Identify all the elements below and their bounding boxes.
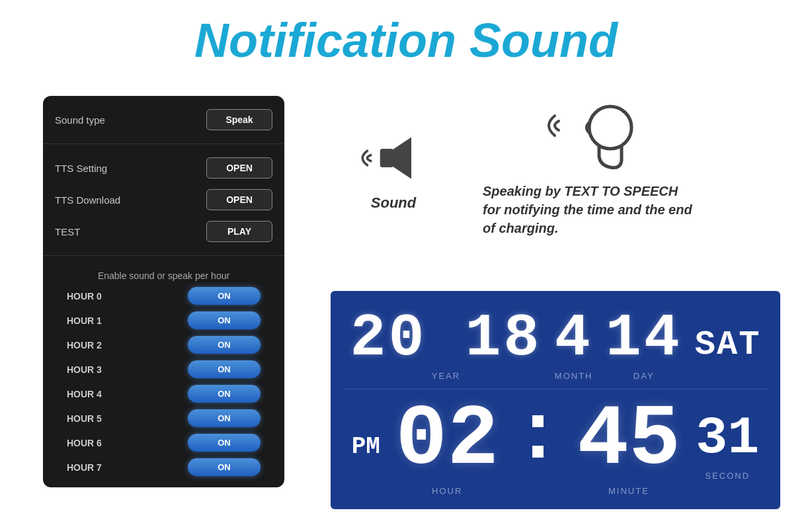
day-label: DAY [633,371,655,381]
hour-4-toggle[interactable]: ON [188,385,261,403]
day-digits: 14 [606,309,682,368]
tts-icon-group: Speaking by TEXT TO SPEECH for notifying… [483,102,694,237]
month-label: MONTH [555,371,593,381]
weekday-digits: SAT [695,325,761,364]
list-item: HOUR 3 ON [55,357,272,382]
svg-point-2 [589,106,631,149]
year-label: YEAR [432,371,460,381]
hour-group: 02 HOUR [395,397,499,496]
hour-1-toggle[interactable]: ON [188,311,261,329]
time-separator: : [514,403,562,470]
test-label: TEST [55,226,80,237]
year-group: 20 18 YEAR [350,309,542,381]
list-item: HOUR 2 ON [55,333,272,357]
sound-type-button[interactable]: Speak [206,109,272,130]
clock-date-row: 20 18 YEAR 4 MONTH 14 DAY SAT [344,301,767,389]
year-digits: 20 18 [350,309,542,368]
clock-display: 20 18 YEAR 4 MONTH 14 DAY SAT PM 02 HOUR… [331,291,780,509]
minute-digits: 45 [577,397,680,483]
hours-section-label: Enable sound or speak per hour [55,264,272,284]
tts-wave-icon [538,102,571,155]
sound-label: Sound [371,194,416,212]
hour-3-toggle[interactable]: ON [188,360,261,378]
hour-label: HOUR 2 [67,340,102,350]
left-panel: Sound type Speak TTS Setting OPEN TTS Do… [43,96,284,487]
hour-label: HOUR 1 [67,315,102,326]
hour-6-toggle[interactable]: ON [188,434,261,452]
second-group: 31 SECOND [696,412,759,481]
test-row: TEST PLAY [55,216,272,247]
list-item: HOUR 5 ON [55,406,272,430]
month-digits: 4 [555,309,593,368]
hour-0-toggle[interactable]: ON [188,287,261,305]
speaker-icon [357,128,430,188]
list-item: HOUR 6 ON [55,430,272,455]
clock-divider [344,389,767,389]
list-item: HOUR 4 ON [55,382,272,406]
second-digits: 31 [696,412,759,468]
speaking-text: Speaking by TEXT TO SPEECH for notifying… [483,182,694,237]
hour-label: HOUR 0 [67,291,102,302]
weekday-group: SAT [695,325,761,364]
icons-row: Sound Speaking by TEXT [331,96,799,237]
page-title: Notification Sound [0,0,812,74]
second-label: SECOND [705,471,750,481]
right-area: Sound Speaking by TEXT [331,96,799,237]
hour-label: HOUR [432,486,462,496]
svg-rect-1 [380,149,393,167]
list-item: HOUR 7 ON [55,455,272,479]
hour-2-toggle[interactable]: ON [188,336,261,354]
tts-setting-row: TTS Setting OPEN [55,152,272,184]
list-item: HOUR 0 ON [55,284,272,308]
day-group: 14 DAY [606,309,682,381]
hour-7-toggle[interactable]: ON [188,458,261,476]
tts-setting-button[interactable]: OPEN [206,157,272,179]
sound-icon-group: Sound [357,128,430,212]
clock-time-row: PM 02 HOUR : 45 MINUTE 31 SECOND [344,393,767,499]
list-item: HOUR 1 ON [55,308,272,333]
hour-5-toggle[interactable]: ON [188,409,261,427]
hours-list: HOUR 0 ON HOUR 1 ON HOUR 2 ON HOUR 3 ON … [55,284,272,479]
hour-label: HOUR 6 [67,438,102,448]
sound-type-section: Sound type Speak [43,96,284,144]
tts-section: TTS Setting OPEN TTS Download OPEN TEST … [43,144,284,256]
hour-label: HOUR 7 [67,462,102,473]
tts-download-label: TTS Download [55,194,120,206]
am-pm-label: PM [352,433,380,460]
sound-type-row: Sound type Speak [55,104,272,136]
tts-download-button[interactable]: OPEN [206,189,272,210]
month-group: 4 MONTH [555,309,593,381]
hours-section: Enable sound or speak per hour HOUR 0 ON… [43,256,284,487]
head-silhouette-icon [574,102,640,175]
minute-group: 45 MINUTE [577,397,680,496]
tts-download-row: TTS Download OPEN [55,184,272,216]
hour-digits: 02 [395,397,499,483]
sound-type-label: Sound type [55,114,105,126]
tts-setting-label: TTS Setting [55,163,107,174]
minute-label: MINUTE [608,486,649,496]
hour-label: HOUR 5 [67,413,102,424]
hour-label: HOUR 4 [67,389,102,399]
test-play-button[interactable]: PLAY [206,221,272,242]
hour-label: HOUR 3 [67,364,102,375]
